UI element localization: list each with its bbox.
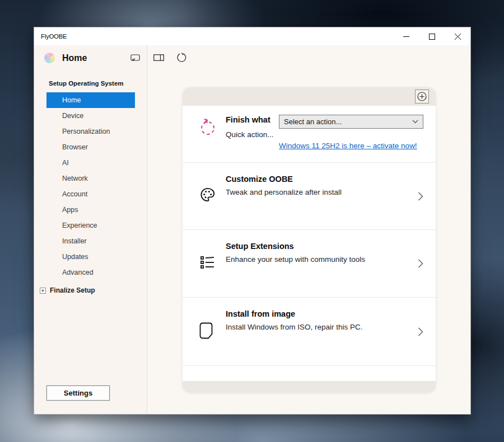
sidebar-item-device[interactable]: Device (46, 108, 135, 124)
chevron-down-icon (412, 120, 418, 124)
sidebar-item-network[interactable]: Network (46, 171, 135, 186)
row-subtitle: Install Windows from ISO, repair this PC… (226, 323, 363, 331)
list-icon (199, 255, 215, 270)
row-title: Setup Extensions (226, 242, 294, 251)
dropdown-value: Select an action... (284, 117, 412, 126)
add-action-button[interactable] (415, 90, 429, 104)
card-footer (183, 381, 436, 392)
row-title: Finish what (226, 115, 270, 124)
customize-oobe-row[interactable]: Customize OOBE Tweak and personalize aft… (183, 163, 436, 230)
expand-plus-icon[interactable] (40, 288, 46, 294)
finish-what-row: Finish what Select an action... Quick ac… (183, 106, 436, 163)
plus-circle-icon (417, 92, 427, 101)
sidebar: Home Setup Operating System Home Device … (34, 45, 147, 414)
row-subtitle: Quick action... (226, 130, 274, 139)
maximize-button[interactable] (419, 27, 445, 45)
sidebar-item-finalize-setup[interactable]: Finalize Setup (40, 284, 147, 297)
color-wheel-icon (44, 53, 55, 63)
maximize-icon (429, 34, 435, 40)
row-subtitle: Enhance your setup with community tools (226, 255, 365, 264)
sidebar-item-updates[interactable]: Updates (46, 249, 135, 265)
row-title: Install from image (226, 309, 295, 318)
sidebar-item-personalization[interactable]: Personalization (46, 124, 135, 139)
chevron-right-icon[interactable] (418, 259, 423, 269)
main-toolbar (147, 45, 470, 63)
section-label: Setup Operating System (49, 80, 147, 87)
sidebar-item-home[interactable]: Home (46, 92, 135, 108)
empty-row (183, 366, 436, 380)
app-window: FlyOOBE Home Setup Operating System Ho (34, 27, 471, 415)
sidebar-item-installer[interactable]: Installer (46, 233, 135, 249)
sidebar-item-account[interactable]: Account (46, 186, 135, 202)
minimize-button[interactable] (393, 27, 419, 45)
palette-icon (199, 187, 216, 203)
chevron-right-icon[interactable] (418, 191, 423, 201)
row-subtitle: Tweak and personalize after install (226, 188, 342, 196)
sidebar-item-ai[interactable]: AI (46, 155, 135, 171)
card-body: Finish what Select an action... Quick ac… (183, 106, 436, 381)
main-area: Finish what Select an action... Quick ac… (147, 45, 470, 414)
install-from-image-row[interactable]: Install from image Install Windows from … (183, 298, 436, 366)
card-header (183, 87, 436, 106)
minimize-icon (403, 34, 409, 40)
page-title: Home (62, 53, 130, 63)
finalize-setup-label: Finalize Setup (50, 286, 95, 294)
titlebar[interactable]: FlyOOBE (34, 27, 470, 45)
chevron-right-icon[interactable] (418, 327, 423, 336)
sidebar-item-apps[interactable]: Apps (46, 202, 135, 218)
activate-link[interactable]: Windows 11 25H2 is here – activate now! (279, 142, 417, 150)
settings-button[interactable]: Settings (46, 385, 110, 401)
sync-dashed-icon (199, 118, 216, 136)
action-dropdown[interactable]: Select an action... (279, 115, 423, 129)
setup-extensions-row[interactable]: Setup Extensions Enhance your setup with… (183, 230, 436, 298)
sidebar-item-experience[interactable]: Experience (46, 218, 135, 233)
refresh-icon[interactable] (176, 53, 186, 63)
home-card: Finish what Select an action... Quick ac… (183, 87, 436, 392)
close-button[interactable] (445, 27, 470, 45)
sidebar-item-advanced[interactable]: Advanced (46, 265, 135, 280)
document-icon (199, 322, 213, 339)
close-icon (455, 34, 461, 40)
sidebar-item-browser[interactable]: Browser (46, 139, 135, 155)
panel-icon[interactable] (153, 54, 164, 61)
speech-bubble-icon[interactable] (130, 54, 140, 62)
sidebar-nav: Home Device Personalization Browser AI N… (34, 92, 147, 280)
window-title: FlyOOBE (34, 33, 393, 40)
row-title: Customize OOBE (226, 175, 293, 184)
